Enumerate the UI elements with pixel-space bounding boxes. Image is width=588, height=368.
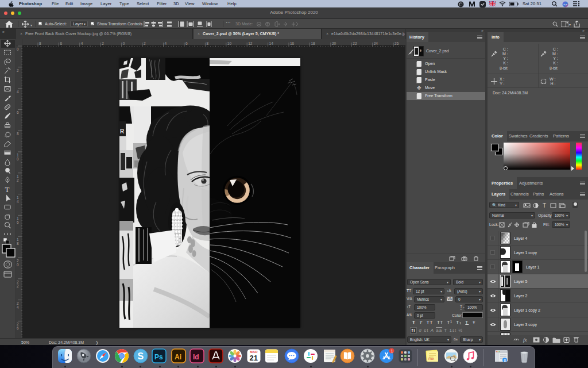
svg-text:1: 1 xyxy=(17,237,19,241)
svg-text:26: 26 xyxy=(394,41,399,45)
svg-text:6: 6 xyxy=(17,110,19,114)
svg-text:0: 0 xyxy=(17,263,19,267)
svg-text:1: 1 xyxy=(17,153,19,157)
svg-text:22: 22 xyxy=(353,41,357,45)
svg-text:21: 21 xyxy=(250,354,258,362)
svg-text:24: 24 xyxy=(374,41,378,45)
svg-text:8: 8 xyxy=(17,241,19,246)
svg-text:fx: fx xyxy=(523,337,527,343)
svg-text:14: 14 xyxy=(269,41,274,45)
svg-text:6: 6 xyxy=(60,41,62,45)
svg-text:T: T xyxy=(543,202,546,209)
svg-text:0: 0 xyxy=(17,47,19,51)
svg-text:2: 2 xyxy=(17,284,19,288)
svg-text:S: S xyxy=(504,359,506,362)
svg-text:6: 6 xyxy=(185,41,188,45)
svg-text:8: 8 xyxy=(206,41,208,45)
svg-text:2: 2 xyxy=(17,322,19,326)
svg-text:Ps: Ps xyxy=(154,353,163,361)
svg-text:2: 2 xyxy=(17,280,19,284)
svg-text:12: 12 xyxy=(248,41,253,45)
svg-text:T: T xyxy=(5,185,10,194)
svg-text:8: 8 xyxy=(17,132,19,136)
svg-text:Id: Id xyxy=(193,353,199,361)
svg-text:1: 1 xyxy=(17,216,19,220)
svg-text:16: 16 xyxy=(290,41,295,45)
svg-text:4: 4 xyxy=(17,90,19,94)
svg-text:1: 1 xyxy=(391,349,393,353)
svg-text:Ai: Ai xyxy=(175,353,181,361)
svg-text:Plan: Plan xyxy=(428,357,434,361)
svg-text:4: 4 xyxy=(165,41,167,45)
svg-text:20: 20 xyxy=(332,41,336,45)
svg-text:2: 2 xyxy=(17,259,19,263)
svg-text:0: 0 xyxy=(123,41,125,45)
svg-text:6: 6 xyxy=(17,220,19,224)
svg-text:2: 2 xyxy=(102,41,104,45)
svg-text:0: 0 xyxy=(17,157,19,161)
svg-text:1: 1 xyxy=(17,174,19,178)
svg-text:2: 2 xyxy=(17,178,19,182)
svg-text:R: R xyxy=(120,128,125,135)
svg-text:2: 2 xyxy=(144,41,146,45)
svg-text:8: 8 xyxy=(39,41,41,45)
svg-text:4: 4 xyxy=(17,200,19,204)
svg-text:2: 2 xyxy=(17,68,19,72)
svg-text:2: 2 xyxy=(17,301,19,305)
svg-text:4: 4 xyxy=(17,305,19,309)
svg-text:4: 4 xyxy=(81,41,83,45)
svg-text:10: 10 xyxy=(227,41,232,45)
svg-text:S: S xyxy=(138,351,144,361)
svg-text:1: 1 xyxy=(17,195,19,200)
svg-text:18: 18 xyxy=(311,41,316,45)
svg-text:6: 6 xyxy=(17,326,19,330)
